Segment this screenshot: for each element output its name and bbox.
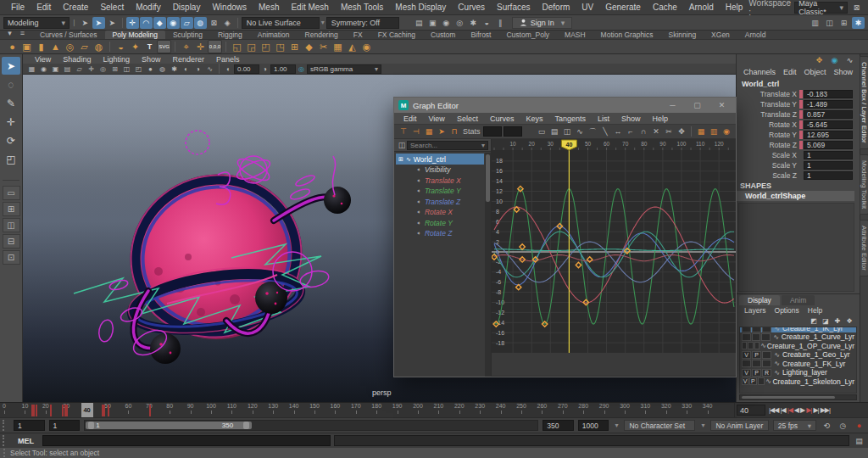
textured-icon[interactable]: ◍ xyxy=(157,64,168,74)
command-language-button[interactable]: MEL xyxy=(13,437,39,445)
render-settings-icon[interactable]: ✱ xyxy=(467,17,480,29)
graph-editor-menu-show[interactable]: Show xyxy=(615,114,647,123)
layer-toggle-r[interactable] xyxy=(758,377,765,385)
menu-windows[interactable]: Windows xyxy=(206,3,253,12)
play-backwards-button[interactable]: ◀ xyxy=(793,405,799,416)
retime-tool-icon[interactable]: ⊓ xyxy=(448,126,460,137)
time-slider-ruler[interactable]: 0102030405060708090100110120130140150160… xyxy=(0,403,734,417)
layer-toggle-r[interactable] xyxy=(762,360,771,367)
boolean-difference-icon[interactable]: ◲ xyxy=(244,40,259,53)
step-tangents-icon[interactable]: ⌐ xyxy=(625,126,637,137)
toggle-icons-menu-icon[interactable]: ⊞ xyxy=(837,17,850,29)
show-manipulators-icon[interactable]: ✥ xyxy=(813,54,826,66)
outliner-vscrollbar[interactable] xyxy=(485,153,491,377)
attribute-value-field[interactable]: -0.183 xyxy=(804,90,853,98)
layer-row[interactable]: ∿Creature_1_OP_Curve_Lyr xyxy=(740,342,856,351)
scale-tool[interactable]: ◰ xyxy=(2,150,20,168)
platonic-solid-icon[interactable]: ◒ xyxy=(114,40,128,53)
swap-buffer-curve-icon[interactable]: ▥ xyxy=(708,126,720,137)
playback-loop-icon[interactable]: ⟲ xyxy=(821,420,833,432)
layer-toggle-r[interactable] xyxy=(754,342,760,349)
outliner-channel-translate-x[interactable]: ➧Translate X xyxy=(394,176,491,187)
layout-split-horizontal[interactable]: ⊟ xyxy=(3,234,20,249)
hyperbolic-graph-icon[interactable]: ∿ xyxy=(843,54,856,66)
bookmarks-icon[interactable]: ▤ xyxy=(62,64,73,74)
poly-cylinder-icon[interactable]: ▮ xyxy=(34,40,48,53)
snap-align-icon[interactable]: ✛ xyxy=(193,40,208,53)
sidebar-tab-channel-box-layer-editor[interactable]: Channel Box / Layer Editor xyxy=(860,56,868,149)
menu-mesh-display[interactable]: Mesh Display xyxy=(389,3,452,12)
layer-toggle-v[interactable] xyxy=(742,327,751,332)
layer-toggle-r[interactable]: R xyxy=(762,369,771,377)
layer-list-hscrollbar[interactable] xyxy=(739,394,857,400)
current-frame-field[interactable]: 40 xyxy=(737,405,765,416)
type-text-icon[interactable]: T xyxy=(142,40,157,53)
stats-time-field[interactable] xyxy=(483,126,502,137)
quad-draw-icon[interactable]: ▦ xyxy=(331,40,345,53)
image-plane-icon[interactable]: ▱ xyxy=(74,64,85,74)
snap-to-grid-icon[interactable]: ✛ xyxy=(126,17,139,29)
animation-preferences-icon[interactable]: ◷ xyxy=(837,420,849,432)
drag-grip[interactable] xyxy=(3,449,8,457)
select-camera-icon[interactable]: ▦ xyxy=(26,64,37,74)
camera-attributes-icon[interactable]: ▣ xyxy=(50,64,61,74)
attribute-value-field[interactable]: 12.695 xyxy=(804,131,853,139)
playback-end-field[interactable]: 350 xyxy=(542,420,574,431)
super-shape-icon[interactable]: ✦ xyxy=(128,40,142,53)
ipr-render-icon[interactable]: ◎ xyxy=(453,17,466,29)
layer-toggle-v[interactable] xyxy=(742,342,747,349)
separate-icon[interactable]: ◳ xyxy=(273,40,287,53)
layer-menu-options[interactable]: Options xyxy=(771,306,804,315)
range-start-handle[interactable] xyxy=(88,422,94,429)
menu-mesh-tools[interactable]: Mesh Tools xyxy=(335,3,389,12)
attribute-value-field[interactable]: 1 xyxy=(804,171,853,180)
viewport-menu-panels[interactable]: Panels xyxy=(211,55,245,64)
channel-box-menu-show[interactable]: Show xyxy=(831,68,857,76)
shelf-tab-xgen[interactable]: XGen xyxy=(704,31,737,39)
shelf-tab-custom[interactable]: Custom xyxy=(423,31,463,39)
snap-to-view-plane-icon[interactable]: ▱ xyxy=(181,17,193,29)
graph-editor-menu-keys[interactable]: Keys xyxy=(520,114,548,123)
scrollbar-thumb[interactable] xyxy=(486,154,490,202)
range-slider-track[interactable]: 1 350 xyxy=(84,420,538,431)
chevron-down-icon[interactable]: ▾ xyxy=(321,19,325,26)
step-forward-key-button[interactable]: ▶| xyxy=(805,405,812,416)
auto-tangents-icon[interactable]: ✕ xyxy=(650,126,662,137)
layer-row[interactable]: ∿Creature_1_IK_Lyr xyxy=(740,327,856,332)
command-output[interactable] xyxy=(334,435,849,446)
shelf-tab-animation[interactable]: Animation xyxy=(250,31,298,39)
menu-file[interactable]: File xyxy=(5,3,31,12)
viewport-menu-show[interactable]: Show xyxy=(136,55,166,64)
channel-box-menu-channels[interactable]: Channels xyxy=(740,68,779,76)
clamped-tangents-icon[interactable]: ⌒ xyxy=(587,126,598,137)
menu-create[interactable]: Create xyxy=(57,3,94,12)
layout-four-pane[interactable]: ⊞ xyxy=(3,202,20,216)
menu-uv[interactable]: UV xyxy=(576,3,599,12)
graph-editor-menu-curves[interactable]: Curves xyxy=(484,114,520,123)
layer-menu-layers[interactable]: Layers xyxy=(740,306,771,315)
lock-selection-icon[interactable]: ⊠ xyxy=(208,17,220,29)
attribute-value-field[interactable]: 0.857 xyxy=(804,110,853,119)
shelf-tab-custom-poly[interactable]: Custom_Poly xyxy=(498,31,557,39)
rotate-tool[interactable]: ⟳ xyxy=(2,131,20,149)
shaded-icon[interactable]: ● xyxy=(145,64,156,74)
svg-tool-icon[interactable]: SVG xyxy=(157,40,171,53)
outliner-node-row[interactable]: ⊞ ∿ World_ctrl xyxy=(396,154,484,165)
menu-help[interactable]: Help xyxy=(720,3,749,12)
toggle-ui-elements-icon[interactable]: ▥ xyxy=(809,17,821,29)
graph-editor-titlebar[interactable]: M Graph Editor ─▢✕ xyxy=(394,98,736,113)
animation-curve-plot[interactable]: 1020304050607080901001101201816141210864… xyxy=(492,139,736,376)
2d-pan-zoom-icon[interactable]: ✛ xyxy=(86,64,97,74)
graph-editor-menu-help[interactable]: Help xyxy=(646,114,674,123)
combine-icon[interactable]: ◰ xyxy=(259,40,273,53)
layer-menu-help[interactable]: Help xyxy=(804,306,826,315)
drag-grip[interactable] xyxy=(3,435,8,447)
move-tool[interactable]: ✛ xyxy=(2,113,20,131)
shelf-options-icon[interactable]: ▾ xyxy=(3,27,16,39)
layer-editor-tab-display[interactable]: Display xyxy=(739,295,780,305)
extrude-icon[interactable]: ⊞ xyxy=(287,40,302,53)
playback-start-field[interactable]: 1 xyxy=(49,420,81,431)
speed-controls-icon[interactable]: ◉ xyxy=(828,54,841,66)
render-view-icon[interactable]: ▣ xyxy=(426,17,439,29)
select-tool[interactable]: ➤ xyxy=(2,57,20,75)
